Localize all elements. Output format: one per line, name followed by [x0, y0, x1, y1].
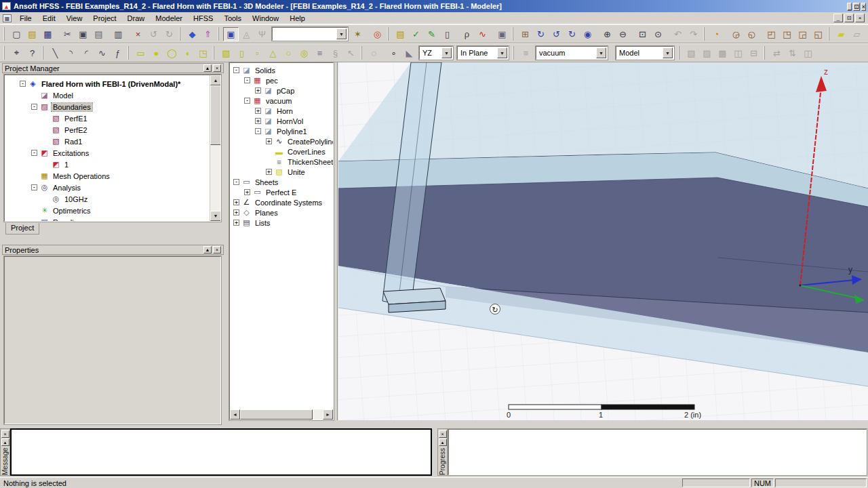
draw-sweep-button[interactable]: ◳ — [195, 46, 211, 60]
tree-item-results[interactable]: ▤Results — [5, 216, 220, 222]
restore-button[interactable]: ⊡ — [853, 3, 860, 11]
scrollbar-thumb[interactable] — [240, 409, 313, 420]
grid-plane-visible-button[interactable]: ▰ — [833, 27, 849, 41]
select-help-button[interactable]: ? — [24, 46, 40, 60]
tree-item-model[interactable]: ◪Model — [5, 89, 220, 101]
non-model-button[interactable]: ◌ — [366, 46, 382, 60]
menu-window[interactable]: Window — [247, 13, 284, 24]
paste-button[interactable]: ▤ — [91, 27, 106, 41]
expand-node-icon[interactable]: + — [255, 108, 261, 114]
scroll-right-icon[interactable]: ► — [323, 409, 333, 420]
solution-data-button[interactable]: ▤ — [393, 27, 408, 41]
menu-view[interactable]: View — [61, 13, 88, 24]
object-type-combo[interactable]: Model▼ — [616, 46, 674, 60]
close-icon[interactable]: × — [213, 246, 221, 253]
tree-item-rad1[interactable]: ▧Rad1 — [5, 136, 220, 147]
draw-sphere-button[interactable]: ○ — [281, 46, 296, 60]
apply-variation-button[interactable]: ✶ — [350, 27, 366, 41]
copy-image-button[interactable]: ▣ — [494, 27, 510, 41]
restore-button[interactable]: ⊡ — [844, 14, 854, 22]
print-button[interactable]: ▥ — [111, 27, 126, 41]
tree-item-boundaries[interactable]: -▨Boundaries — [5, 101, 220, 113]
movement-mode-combo[interactable]: In Plane▼ — [457, 46, 509, 60]
tree-item-lists[interactable]: +▤Lists — [230, 218, 333, 228]
expand-node-icon[interactable]: + — [255, 118, 261, 124]
menu-edit[interactable]: Edit — [37, 13, 61, 24]
modeler-viewport[interactable]: z y ↻ 0 1 2 (in) — [337, 62, 868, 420]
chevron-down-icon[interactable]: ▼ — [441, 47, 452, 58]
tree-item-coordinate-systems[interactable]: +∠Coordinate Systems — [230, 197, 333, 207]
distributed-analysis-button[interactable]: Ψ — [254, 27, 270, 41]
tree-item-unite[interactable]: +▧Unite — [230, 167, 333, 177]
matrix-data-button[interactable]: ◎ — [370, 27, 385, 41]
tree-item-polyline1[interactable]: -◪Polyline1 — [230, 126, 333, 136]
expand-node-icon[interactable]: + — [266, 169, 272, 175]
draw-regular-polyhedron-button[interactable]: ▫ — [250, 46, 265, 60]
fit-all-button[interactable]: ⊙ — [650, 27, 666, 41]
close-button[interactable]: × — [855, 14, 865, 22]
view-undo-button[interactable]: ↶ — [670, 27, 686, 41]
save-button[interactable]: ▦ — [40, 27, 56, 41]
render-speed-button[interactable]: ◔ — [709, 27, 724, 41]
tree-item-1[interactable]: ◩1 — [5, 159, 220, 170]
draw-cone-button[interactable]: △ — [265, 46, 281, 60]
zoom-out-button[interactable]: ⊖ — [615, 27, 631, 41]
tree-item-horn[interactable]: +◪Horn — [230, 106, 333, 116]
draw-ellipse-button[interactable]: ◖ — [180, 46, 195, 60]
zoom-in-button[interactable]: ⊕ — [599, 27, 615, 41]
analyze-all-button[interactable]: ▣ — [223, 27, 239, 41]
tree-item-perfect-e[interactable]: +▭Perfect E — [230, 187, 333, 197]
draw-plane-button[interactable]: ◣ — [401, 46, 417, 60]
validation-check-button[interactable]: ✓ — [408, 27, 424, 41]
orient-right-button[interactable]: ◱ — [810, 27, 826, 41]
tree-item-thickensheet[interactable]: ≡ThickenSheet — [230, 157, 333, 167]
collapse-node-icon[interactable]: - — [31, 104, 37, 110]
copy-button[interactable]: ▣ — [75, 27, 91, 41]
delete-button[interactable]: × — [130, 27, 146, 41]
tree-item-10ghz[interactable]: ◎10GHz — [5, 193, 220, 205]
field-overlays-button[interactable]: ρ — [459, 27, 475, 41]
collapse-node-icon[interactable]: - — [233, 67, 239, 73]
menu-draw[interactable]: Draw — [122, 13, 151, 24]
draw-cylinder-button[interactable]: ▯ — [234, 46, 250, 60]
collapse-node-icon[interactable]: - — [31, 184, 37, 190]
scroll-down-icon[interactable]: ▼ — [210, 211, 221, 221]
bool-intersect-button[interactable]: ▩ — [715, 46, 730, 60]
drawing-plane-combo[interactable]: YZ▼ — [419, 46, 453, 60]
hfss-modules-button[interactable]: ◆ — [184, 27, 200, 41]
rotate-free-button[interactable]: ↻ — [533, 27, 549, 41]
expand-node-icon[interactable]: + — [255, 87, 261, 94]
rotate-around-center-button[interactable]: ◉ — [580, 27, 595, 41]
modeler-tree-hscrollbar[interactable]: ◄ ► — [230, 409, 333, 420]
bool-unite-button[interactable]: ▧ — [684, 46, 699, 60]
tree-item-pec[interactable]: -▦pec — [230, 75, 333, 85]
tree-item-solids[interactable]: -◪Solids — [230, 65, 333, 75]
orient-bottom-button[interactable]: ◳ — [779, 27, 795, 41]
rotate-around-x-button[interactable]: ↺ — [549, 27, 564, 41]
design-variation-combo[interactable]: ▼ — [272, 27, 348, 41]
menu-file[interactable]: File — [14, 13, 37, 24]
tree-item-optimetrics[interactable]: ✳Optimetrics — [5, 205, 220, 216]
chevron-down-icon[interactable]: ▼ — [663, 47, 673, 58]
collapse-icon[interactable]: ▴ — [1, 439, 9, 446]
tree-item-sheets[interactable]: -▭Sheets — [230, 177, 333, 187]
tree-item-planes[interactable]: +◇Planes — [230, 207, 333, 218]
close-button[interactable]: × — [861, 3, 866, 11]
tree-item-hornvol[interactable]: +◪HornVol — [230, 116, 333, 126]
tree-item-mesh-operations[interactable]: ▦Mesh Operations — [5, 170, 220, 182]
tree-item-perfe1[interactable]: ▧PerfE1 — [5, 113, 220, 124]
undo-button[interactable]: ↺ — [146, 27, 161, 41]
expand-node-icon[interactable]: + — [233, 199, 239, 205]
collapse-icon[interactable]: ▴ — [439, 439, 447, 446]
expand-node-icon[interactable]: + — [266, 138, 272, 144]
collapse-node-icon[interactable]: - — [233, 179, 239, 185]
draw-line-button[interactable]: ╲ — [47, 46, 63, 60]
expand-node-icon[interactable]: + — [233, 220, 239, 226]
tree-item-analysis[interactable]: -◎Analysis — [5, 182, 220, 193]
cut-button[interactable]: ✂ — [60, 27, 75, 41]
orient-left-button[interactable]: ◲ — [795, 27, 810, 41]
new-button[interactable]: ▢ — [9, 27, 24, 41]
close-icon[interactable]: × — [1, 430, 9, 438]
tab-project[interactable]: Project — [5, 223, 39, 235]
create-report-button[interactable]: ∿ — [475, 27, 490, 41]
